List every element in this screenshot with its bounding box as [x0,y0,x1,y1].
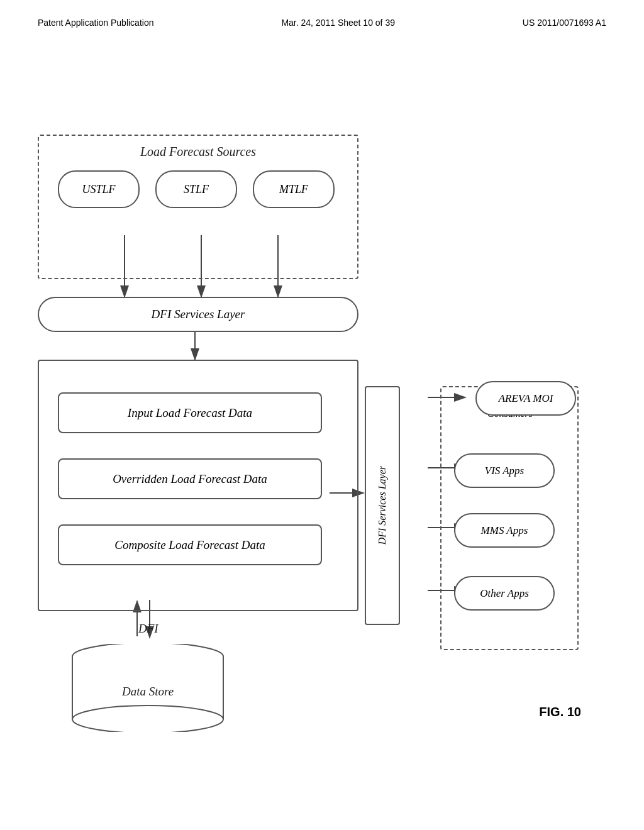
areva-moi-box: AREVA MOI [475,381,576,416]
dfi-label: DFI [138,622,158,636]
mtlf-box: MTLF [253,170,335,208]
vis-apps-box: VIS Apps [454,453,555,488]
overridden-load-box: Overridden Load Forecast Data [58,458,322,499]
svg-text:Data Store: Data Store [121,685,174,698]
composite-load-box: Composite Load Forecast Data [58,524,322,565]
dfi-container-box: Input Load Forecast Data Overridden Load… [38,360,358,611]
mms-apps-box: MMS Apps [454,513,555,548]
input-load-box: Input Load Forecast Data [58,392,322,433]
header-middle: Mar. 24, 2011 Sheet 10 of 39 [281,18,395,28]
stlf-box: STLF [155,170,237,208]
header-left: Patent Application Publication [38,18,153,28]
svg-point-17 [72,706,223,732]
load-forecast-sources-box: Load Forecast Sources USTLF STLF MTLF [38,135,358,279]
diagram-area: Load Forecast Sources USTLF STLF MTLF DF… [0,53,644,807]
dfi-services-layer-top-box: DFI Services Layer [38,297,358,332]
fig-label: FIG. 10 [539,705,581,719]
other-apps-box: Other Apps [454,576,555,611]
ustlf-box: USTLF [58,170,140,208]
dfi-services-layer-side-box: DFI Services Layer [365,386,400,625]
header-right: US 2011/0071693 A1 [523,18,606,28]
data-store-svg: Data Store [69,644,226,732]
load-forecast-sources-label: Load Forecast Sources [140,145,256,159]
patent-header: Patent Application Publication Mar. 24, … [0,0,644,34]
data-store: Data Store [69,644,226,732]
load-forecast-consumers-box: VIS Apps MMS Apps Other Apps [440,386,579,650]
